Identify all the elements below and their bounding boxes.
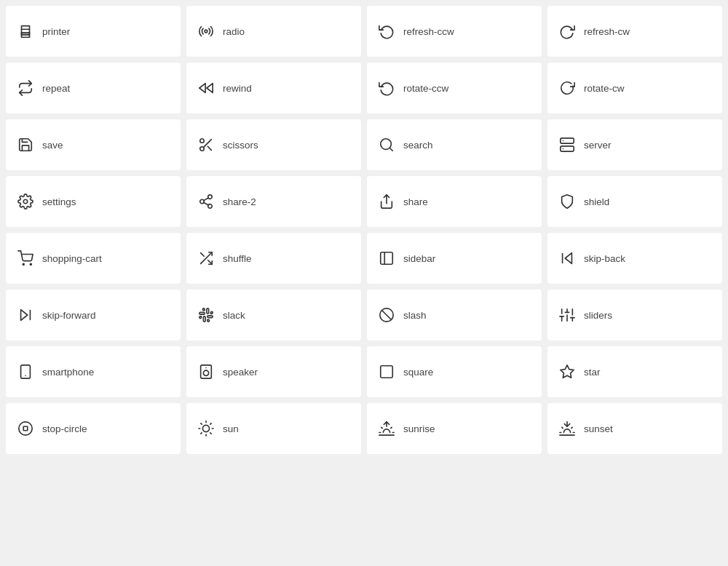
icon-cell-slack[interactable]: slack <box>186 290 361 340</box>
icon-cell-stop-circle[interactable]: stop-circle <box>6 403 181 454</box>
sun-label: sun <box>223 423 239 434</box>
icon-cell-sunset[interactable]: sunset <box>547 403 722 454</box>
sidebar-label: sidebar <box>403 253 435 264</box>
radio-icon <box>198 23 214 39</box>
refresh-ccw-icon <box>379 23 395 39</box>
svg-point-24 <box>30 263 31 265</box>
icon-cell-sun[interactable]: sun <box>186 403 361 454</box>
shopping-cart-label: shopping-cart <box>42 253 102 264</box>
icon-cell-speaker[interactable]: speaker <box>186 346 361 397</box>
icon-cell-slash[interactable]: slash <box>367 290 542 340</box>
slack-label: slack <box>223 310 245 321</box>
icon-cell-search[interactable]: search <box>367 119 542 170</box>
svg-rect-47 <box>201 365 212 378</box>
printer-icon <box>17 23 33 39</box>
sunset-icon <box>559 420 575 437</box>
settings-icon <box>17 194 33 210</box>
svg-line-70 <box>562 427 563 428</box>
svg-line-67 <box>391 427 392 428</box>
slack-icon <box>198 307 214 323</box>
icon-cell-sidebar[interactable]: sidebar <box>367 233 542 284</box>
skip-back-label: skip-back <box>584 253 625 264</box>
server-label: server <box>584 140 612 151</box>
refresh-ccw-label: refresh-ccw <box>403 26 454 37</box>
rotate-ccw-icon <box>379 80 395 96</box>
sunrise-label: sunrise <box>403 423 435 434</box>
search-icon <box>379 137 395 153</box>
server-icon <box>559 137 575 153</box>
shopping-cart-icon <box>17 250 33 266</box>
svg-marker-5 <box>207 84 213 93</box>
icon-cell-refresh-ccw[interactable]: refresh-ccw <box>367 6 542 57</box>
icon-cell-share-2[interactable]: share-2 <box>186 176 361 227</box>
refresh-cw-label: refresh-cw <box>584 26 630 37</box>
icon-cell-scissors[interactable]: scissors <box>186 119 361 170</box>
icon-cell-rewind[interactable]: rewind <box>186 63 361 113</box>
svg-rect-0 <box>22 29 30 34</box>
svg-line-20 <box>204 202 208 205</box>
stop-circle-icon <box>17 420 33 437</box>
icon-cell-settings[interactable]: settings <box>6 176 181 227</box>
icon-cell-square[interactable]: square <box>367 346 542 397</box>
icon-cell-sliders[interactable]: sliders <box>547 290 722 340</box>
svg-line-9 <box>207 146 211 150</box>
icon-cell-save[interactable]: save <box>6 119 181 170</box>
scissors-icon <box>198 137 214 153</box>
icon-cell-rotate-ccw[interactable]: rotate-ccw <box>367 63 542 113</box>
smartphone-icon <box>17 364 33 380</box>
slash-icon <box>379 307 395 323</box>
icon-cell-skip-forward[interactable]: skip-forward <box>6 290 181 340</box>
svg-line-35 <box>382 311 392 320</box>
rotate-cw-label: rotate-cw <box>584 83 625 94</box>
svg-marker-32 <box>21 310 28 321</box>
icon-cell-rotate-cw[interactable]: rotate-cw <box>547 63 722 113</box>
repeat-label: repeat <box>42 83 70 94</box>
icon-cell-shuffle[interactable]: shuffle <box>186 233 361 284</box>
rewind-icon <box>198 80 214 96</box>
svg-line-58 <box>210 433 211 434</box>
share-icon <box>379 194 395 210</box>
sunset-label: sunset <box>584 423 613 434</box>
svg-point-54 <box>202 425 209 431</box>
svg-line-64 <box>381 427 382 428</box>
icon-cell-repeat[interactable]: repeat <box>6 63 181 113</box>
icon-cell-shopping-cart[interactable]: shopping-cart <box>6 233 181 284</box>
sliders-icon <box>559 307 575 323</box>
icon-cell-server[interactable]: server <box>547 119 722 170</box>
svg-point-3 <box>205 30 207 33</box>
radio-label: radio <box>223 26 245 37</box>
svg-line-11 <box>389 148 392 151</box>
square-label: square <box>403 367 433 378</box>
sunrise-icon <box>379 420 395 437</box>
icon-cell-smartphone[interactable]: smartphone <box>6 346 181 397</box>
stop-circle-label: stop-circle <box>42 423 87 434</box>
search-label: search <box>403 140 433 151</box>
svg-line-57 <box>201 423 202 424</box>
icon-cell-shield[interactable]: shield <box>547 176 722 227</box>
icon-cell-share[interactable]: share <box>367 176 542 227</box>
svg-point-23 <box>23 263 24 265</box>
rewind-label: rewind <box>223 83 252 94</box>
speaker-icon <box>198 364 214 380</box>
svg-line-62 <box>210 423 211 424</box>
sliders-label: sliders <box>584 310 612 321</box>
icon-cell-printer[interactable]: printer <box>6 6 181 57</box>
shuffle-label: shuffle <box>223 253 252 264</box>
icon-cell-refresh-cw[interactable]: refresh-cw <box>547 6 722 57</box>
icon-cell-radio[interactable]: radio <box>186 6 361 57</box>
icon-cell-skip-back[interactable]: skip-back <box>547 233 722 284</box>
svg-rect-45 <box>21 365 31 378</box>
svg-marker-30 <box>565 253 571 264</box>
slash-label: slash <box>403 310 427 321</box>
shield-label: shield <box>584 196 609 207</box>
svg-point-6 <box>200 139 205 143</box>
icon-cell-star[interactable]: star <box>547 346 722 397</box>
rotate-cw-icon <box>559 80 575 96</box>
svg-line-27 <box>201 253 205 257</box>
speaker-label: speaker <box>223 367 258 378</box>
settings-label: settings <box>42 196 76 207</box>
svg-marker-4 <box>199 84 205 93</box>
share-2-icon <box>198 194 214 210</box>
svg-line-21 <box>204 198 208 201</box>
icon-cell-sunrise[interactable]: sunrise <box>367 403 542 454</box>
